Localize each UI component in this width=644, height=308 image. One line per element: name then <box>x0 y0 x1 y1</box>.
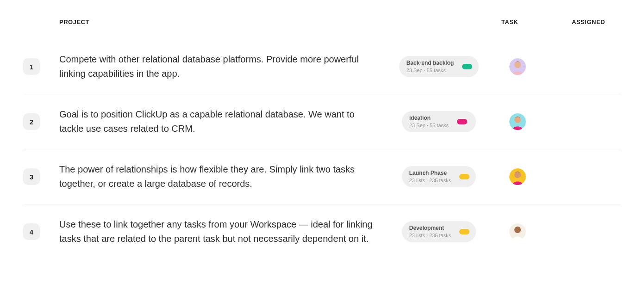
task-meta: 23 lists · 235 tasks <box>409 233 451 239</box>
svg-point-1 <box>514 62 521 68</box>
task-chip-text: Back-end backlog 23 Sep · 55 tasks <box>406 60 454 74</box>
rows-container: 1 Compete with other relational database… <box>23 39 621 259</box>
row-number-badge: 3 <box>23 168 40 185</box>
task-meta: 23 lists · 235 tasks <box>409 178 451 184</box>
svg-point-7 <box>514 227 521 233</box>
row-number-cell: 2 <box>23 113 59 130</box>
svg-point-5 <box>514 172 521 178</box>
project-description: The power of relationships is how flexib… <box>59 162 393 191</box>
row-number-badge: 1 <box>23 58 40 75</box>
table-row[interactable]: 4 Use these to link together any tasks f… <box>23 204 621 259</box>
assigned-cell <box>485 113 550 130</box>
assigned-cell <box>485 168 550 185</box>
table-row[interactable]: 3 The power of relationships is how flex… <box>23 149 621 204</box>
status-pill <box>459 174 469 179</box>
status-pill <box>457 119 467 124</box>
task-chip-text: Development 23 lists · 235 tasks <box>409 225 451 239</box>
table-header: PROJECT TASK ASSIGNED <box>23 9 621 39</box>
project-description: Use these to link together any tasks fro… <box>59 217 393 246</box>
task-chip[interactable]: Ideation 23 Sep · 55 tasks <box>402 111 476 133</box>
task-chip-text: Ideation 23 Sep · 55 tasks <box>409 115 449 129</box>
project-description: Goal is to position ClickUp as a capable… <box>59 107 393 136</box>
task-cell: Development 23 lists · 235 tasks <box>393 221 485 243</box>
task-chip-text: Launch Phase 23 lists · 235 tasks <box>409 170 451 184</box>
project-description: Compete with other relational database p… <box>59 52 393 81</box>
avatar[interactable] <box>509 113 526 130</box>
status-pill <box>462 64 472 69</box>
status-pill <box>459 229 469 234</box>
avatar[interactable] <box>509 168 526 185</box>
task-meta: 23 Sep · 55 tasks <box>409 123 449 129</box>
task-meta: 23 Sep · 55 tasks <box>406 68 454 74</box>
row-number-badge: 2 <box>23 113 40 130</box>
task-title: Ideation <box>409 115 449 122</box>
task-chip[interactable]: Development 23 lists · 235 tasks <box>402 221 476 243</box>
svg-point-3 <box>514 117 521 123</box>
task-cell: Launch Phase 23 lists · 235 tasks <box>393 166 485 188</box>
avatar[interactable] <box>509 58 526 75</box>
header-assigned: ASSIGNED <box>556 18 621 25</box>
row-number-cell: 3 <box>23 168 59 185</box>
avatar[interactable] <box>509 223 526 240</box>
task-cell: Back-end backlog 23 Sep · 55 tasks <box>393 56 485 78</box>
task-title: Back-end backlog <box>406 60 454 67</box>
task-cell: Ideation 23 Sep · 55 tasks <box>393 111 485 133</box>
task-title: Launch Phase <box>409 170 451 177</box>
table-row[interactable]: 1 Compete with other relational database… <box>23 39 621 94</box>
header-project: PROJECT <box>59 18 463 25</box>
task-chip[interactable]: Launch Phase 23 lists · 235 tasks <box>402 166 476 188</box>
row-number-cell: 4 <box>23 223 59 240</box>
row-number-badge: 4 <box>23 223 40 240</box>
table-row[interactable]: 2 Goal is to position ClickUp as a capab… <box>23 94 621 149</box>
task-chip[interactable]: Back-end backlog 23 Sep · 55 tasks <box>399 56 479 78</box>
row-number-cell: 1 <box>23 58 59 75</box>
assigned-cell <box>485 223 550 240</box>
assigned-cell <box>485 58 550 75</box>
header-task: TASK <box>463 18 556 25</box>
task-title: Development <box>409 225 451 232</box>
